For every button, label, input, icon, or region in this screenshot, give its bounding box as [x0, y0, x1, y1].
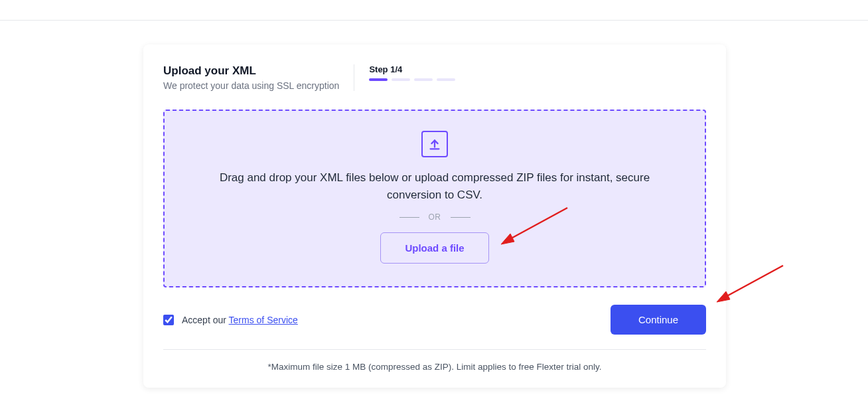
step-bar-2 — [392, 78, 410, 81]
svg-line-2 — [722, 266, 783, 299]
page-title: Upload your XML — [163, 64, 339, 78]
separator-row: OR — [191, 212, 678, 222]
header-left: Upload your XML We protect your data usi… — [163, 64, 354, 91]
dropzone-instruction: Drag and drop your XML files below or up… — [191, 169, 678, 203]
footer-row: Accept our Terms of Service Continue — [163, 305, 706, 350]
upload-card: Upload your XML We protect your data usi… — [143, 44, 726, 388]
file-dropzone[interactable]: Drag and drop your XML files below or up… — [163, 110, 706, 287]
step-bar-1 — [369, 78, 388, 81]
accept-terms-group: Accept our Terms of Service — [163, 315, 298, 325]
terms-of-service-link[interactable]: Terms of Service — [229, 315, 298, 325]
accept-prefix: Accept our — [182, 315, 229, 325]
file-size-disclaimer: *Maximum file size 1 MB (compressed as Z… — [163, 362, 706, 372]
step-bar-4 — [437, 78, 455, 81]
step-progress-bars — [369, 78, 455, 81]
page-subtitle: We protect your data using SSL encryptio… — [163, 80, 339, 91]
separator-text: OR — [429, 212, 441, 222]
separator-line-right — [451, 217, 470, 218]
continue-button[interactable]: Continue — [611, 305, 706, 335]
step-label: Step 1/4 — [369, 64, 455, 74]
header-divider — [354, 64, 354, 91]
accept-terms-text: Accept our Terms of Service — [182, 315, 298, 325]
upload-icon-wrap — [191, 131, 678, 157]
separator-line-left — [399, 217, 419, 218]
step-indicator: Step 1/4 — [369, 64, 455, 81]
accept-terms-checkbox[interactable] — [163, 315, 174, 325]
step-bar-3 — [414, 78, 433, 81]
upload-tray-icon — [421, 131, 448, 157]
upload-file-button[interactable]: Upload a file — [380, 232, 488, 264]
page-divider — [0, 20, 868, 21]
card-header: Upload your XML We protect your data usi… — [163, 64, 706, 91]
